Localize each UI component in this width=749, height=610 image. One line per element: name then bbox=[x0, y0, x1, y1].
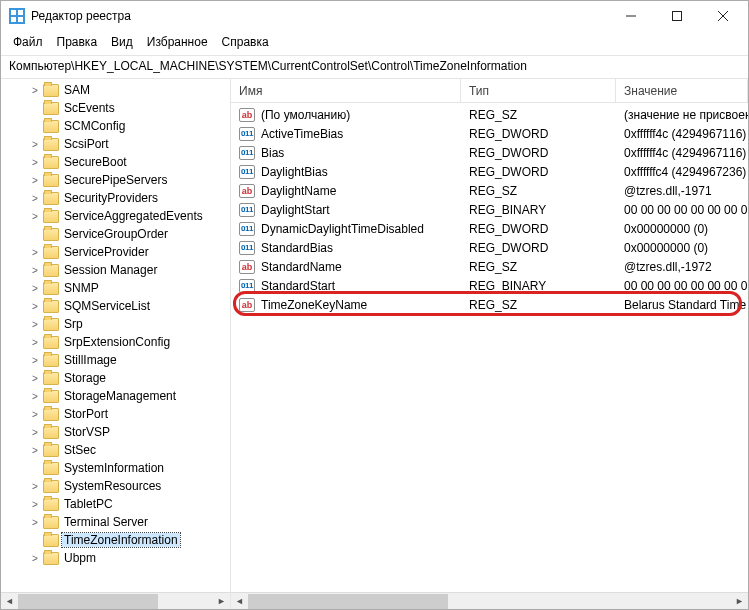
value-row[interactable]: 011StandardStartREG_BINARY00 00 00 00 00… bbox=[231, 276, 748, 295]
tree-item[interactable]: TimeZoneInformation bbox=[1, 531, 230, 549]
value-row[interactable]: 011BiasREG_DWORD0xffffff4c (4294967116) bbox=[231, 143, 748, 162]
tree-item[interactable]: SCMConfig bbox=[1, 117, 230, 135]
chevron-icon[interactable]: > bbox=[29, 283, 41, 294]
string-icon: ab bbox=[239, 184, 255, 198]
tree-item-label: TimeZoneInformation bbox=[62, 533, 180, 547]
tree-item[interactable]: >Storage bbox=[1, 369, 230, 387]
value-data: 0xffffffc4 (4294967236) bbox=[616, 165, 748, 179]
value-row[interactable]: 011DaylightStartREG_BINARY00 00 00 00 00… bbox=[231, 200, 748, 219]
value-row[interactable]: 011ActiveTimeBiasREG_DWORD0xffffff4c (42… bbox=[231, 124, 748, 143]
tree-item[interactable]: >ScsiPort bbox=[1, 135, 230, 153]
string-icon: ab bbox=[239, 298, 255, 312]
chevron-icon[interactable]: > bbox=[29, 391, 41, 402]
tree-body[interactable]: >SAMScEventsSCMConfig>ScsiPort>SecureBoo… bbox=[1, 79, 230, 592]
value-row[interactable]: abDaylightNameREG_SZ@tzres.dll,-1971 bbox=[231, 181, 748, 200]
tree-item[interactable]: >Session Manager bbox=[1, 261, 230, 279]
tree-item[interactable]: ServiceGroupOrder bbox=[1, 225, 230, 243]
value-list[interactable]: ab(По умолчанию)REG_SZ(значение не присв… bbox=[231, 103, 748, 592]
col-name[interactable]: Имя bbox=[231, 79, 461, 102]
col-type[interactable]: Тип bbox=[461, 79, 616, 102]
scroll-left-icon[interactable]: ◄ bbox=[231, 593, 248, 610]
tree-item[interactable]: >SecurityProviders bbox=[1, 189, 230, 207]
tree-item-label: ServiceAggregatedEvents bbox=[62, 209, 205, 223]
menu-edit[interactable]: Правка bbox=[51, 33, 104, 51]
chevron-icon[interactable]: > bbox=[29, 337, 41, 348]
folder-icon bbox=[43, 372, 59, 385]
chevron-icon[interactable]: > bbox=[29, 247, 41, 258]
value-row[interactable]: ab(По умолчанию)REG_SZ(значение не присв… bbox=[231, 105, 748, 124]
chevron-icon[interactable]: > bbox=[29, 319, 41, 330]
value-row[interactable]: 011DaylightBiasREG_DWORD0xffffffc4 (4294… bbox=[231, 162, 748, 181]
chevron-icon[interactable]: > bbox=[29, 409, 41, 420]
chevron-icon[interactable]: > bbox=[29, 301, 41, 312]
menu-view[interactable]: Вид bbox=[105, 33, 139, 51]
tree-item[interactable]: >SQMServiceList bbox=[1, 297, 230, 315]
chevron-icon[interactable]: > bbox=[29, 499, 41, 510]
tree-item[interactable]: >Ubpm bbox=[1, 549, 230, 567]
details-h-scrollbar[interactable]: ◄ ► bbox=[231, 592, 748, 609]
address-bar[interactable]: Компьютер\HKEY_LOCAL_MACHINE\SYSTEM\Curr… bbox=[1, 55, 748, 79]
binary-icon: 011 bbox=[239, 279, 255, 293]
chevron-icon[interactable]: > bbox=[29, 445, 41, 456]
chevron-icon[interactable]: > bbox=[29, 373, 41, 384]
tree-item[interactable]: >StillImage bbox=[1, 351, 230, 369]
value-row[interactable]: abTimeZoneKeyNameREG_SZBelarus Standard … bbox=[231, 295, 748, 314]
menu-help[interactable]: Справка bbox=[216, 33, 275, 51]
tree-item[interactable]: >SAM bbox=[1, 81, 230, 99]
tree-item[interactable]: >ServiceProvider bbox=[1, 243, 230, 261]
close-button[interactable] bbox=[700, 1, 746, 31]
chevron-icon[interactable]: > bbox=[29, 139, 41, 150]
value-type: REG_DWORD bbox=[461, 165, 616, 179]
chevron-icon[interactable]: > bbox=[29, 85, 41, 96]
chevron-icon[interactable]: > bbox=[29, 193, 41, 204]
scroll-right-icon[interactable]: ► bbox=[213, 593, 230, 610]
tree-item[interactable]: >Terminal Server bbox=[1, 513, 230, 531]
folder-icon bbox=[43, 426, 59, 439]
col-value[interactable]: Значение bbox=[616, 79, 748, 102]
scroll-right-icon[interactable]: ► bbox=[731, 593, 748, 610]
value-type: REG_BINARY bbox=[461, 203, 616, 217]
tree-item[interactable]: >TabletPC bbox=[1, 495, 230, 513]
value-type: REG_DWORD bbox=[461, 127, 616, 141]
tree-item[interactable]: >SecureBoot bbox=[1, 153, 230, 171]
menu-file[interactable]: Файл bbox=[7, 33, 49, 51]
menu-favorites[interactable]: Избранное bbox=[141, 33, 214, 51]
value-type: REG_BINARY bbox=[461, 279, 616, 293]
binary-icon: 011 bbox=[239, 165, 255, 179]
tree-item[interactable]: >SecurePipeServers bbox=[1, 171, 230, 189]
scroll-left-icon[interactable]: ◄ bbox=[1, 593, 18, 610]
chevron-icon[interactable]: > bbox=[29, 265, 41, 276]
chevron-icon[interactable]: > bbox=[29, 157, 41, 168]
folder-icon bbox=[43, 336, 59, 349]
minimize-button[interactable] bbox=[608, 1, 654, 31]
svg-rect-4 bbox=[18, 17, 23, 22]
tree-item[interactable]: >Srp bbox=[1, 315, 230, 333]
chevron-icon[interactable]: > bbox=[29, 211, 41, 222]
chevron-icon[interactable]: > bbox=[29, 517, 41, 528]
value-row[interactable]: 011StandardBiasREG_DWORD0x00000000 (0) bbox=[231, 238, 748, 257]
chevron-icon[interactable]: > bbox=[29, 355, 41, 366]
maximize-button[interactable] bbox=[654, 1, 700, 31]
value-row[interactable]: 011DynamicDaylightTimeDisabledREG_DWORD0… bbox=[231, 219, 748, 238]
chevron-icon[interactable]: > bbox=[29, 427, 41, 438]
tree-item[interactable]: >StorPort bbox=[1, 405, 230, 423]
tree-item[interactable]: >ServiceAggregatedEvents bbox=[1, 207, 230, 225]
tree-h-scrollbar[interactable]: ◄ ► bbox=[1, 592, 230, 609]
column-headers: Имя Тип Значение bbox=[231, 79, 748, 103]
chevron-icon[interactable]: > bbox=[29, 175, 41, 186]
chevron-icon[interactable]: > bbox=[29, 481, 41, 492]
tree-item[interactable]: >SNMP bbox=[1, 279, 230, 297]
tree-item[interactable]: ScEvents bbox=[1, 99, 230, 117]
tree-item[interactable]: SystemInformation bbox=[1, 459, 230, 477]
tree-item-label: SecurityProviders bbox=[62, 191, 160, 205]
tree-item[interactable]: >StorageManagement bbox=[1, 387, 230, 405]
tree-item[interactable]: >SrpExtensionConfig bbox=[1, 333, 230, 351]
tree-item-label: SNMP bbox=[62, 281, 101, 295]
chevron-icon[interactable]: > bbox=[29, 553, 41, 564]
tree-item[interactable]: >StorVSP bbox=[1, 423, 230, 441]
tree-item[interactable]: >StSec bbox=[1, 441, 230, 459]
tree-item[interactable]: >SystemResources bbox=[1, 477, 230, 495]
scroll-thumb[interactable] bbox=[248, 594, 448, 609]
scroll-thumb[interactable] bbox=[18, 594, 158, 609]
value-row[interactable]: abStandardNameREG_SZ@tzres.dll,-1972 bbox=[231, 257, 748, 276]
